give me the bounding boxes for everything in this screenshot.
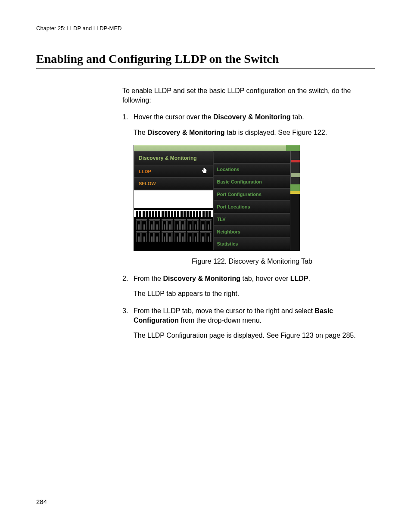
step-text: From the LLDP tab, move the cursor to th… [134,306,371,325]
submenu-spacer [213,151,291,163]
step-2-sub: The LLDP tab appears to the right. [134,289,371,299]
figure-right-edge [290,151,300,250]
submenu-port-locations[interactable]: Port Locations [213,201,291,213]
text: From the [134,275,163,282]
text: The [134,129,147,136]
submenu-port-configurations[interactable]: Port Configurations [213,188,291,201]
text: From the LLDP tab, move the cursor to th… [134,307,314,314]
submenu-statistics[interactable]: Statistics [213,238,291,250]
text-bold: Discovery & Monitoring [163,275,240,282]
step-2: 2. From the Discovery & Monitoring tab, … [122,274,371,283]
step-1-sub: The Discovery & Monitoring tab is displa… [134,128,371,137]
submenu-tlv[interactable]: TLV [213,213,291,226]
step-number: 3. [122,306,134,325]
step-1: 1. Hover the cursor over the Discovery &… [122,112,371,122]
chapter-header: Chapter 25: LLDP and LLDP-MED [36,25,375,31]
step-number: 2. [122,274,134,283]
submenu-basic-configuration[interactable]: Basic Configuration [213,176,291,188]
step-text: Hover the cursor over the Discovery & Mo… [134,112,371,122]
page-number: 284 [36,498,47,505]
text: . [308,275,310,282]
step-3-sub: The LLDP Configuration page is displayed… [134,331,371,340]
switch-port-diagram [134,208,213,242]
step-3: 3. From the LLDP tab, move the cursor to… [122,306,371,325]
hand-cursor-icon [201,167,208,175]
figure-122: Discovery & Monitoring LLDP SFLOW [134,145,371,266]
text-bold: Discovery & Monitoring [147,129,225,136]
step-text: From the Discovery & Monitoring tab, hov… [134,274,371,283]
step-number: 1. [122,112,134,122]
figure-image: Discovery & Monitoring LLDP SFLOW [134,145,300,251]
figure-blank-area [134,190,213,208]
text: tab, hover over [240,275,290,282]
figure-caption: Figure 122. Discovery & Monitoring Tab [134,257,371,266]
text: from the drop-down menu. [179,317,262,324]
page-title: Enabling and Configuring LLDP on the Swi… [36,52,375,69]
text: tab is displayed. See Figure 122. [225,129,327,136]
menu-item-sflow[interactable]: SFLOW [134,177,213,190]
menu-header[interactable]: Discovery & Monitoring [134,151,213,165]
text-bold: Discovery & Monitoring [213,113,291,121]
submenu-locations[interactable]: Locations [213,163,291,176]
text: tab. [291,113,304,121]
submenu-neighbors[interactable]: Neighbors [213,226,291,238]
text-bold: LLDP [290,275,308,282]
text: Hover the cursor over the [134,113,213,121]
menu-item-label: LLDP [139,169,151,174]
intro-paragraph: To enable LLDP and set the basic LLDP co… [122,86,371,105]
figure-topbar [134,145,300,151]
menu-item-lldp[interactable]: LLDP [134,165,213,178]
